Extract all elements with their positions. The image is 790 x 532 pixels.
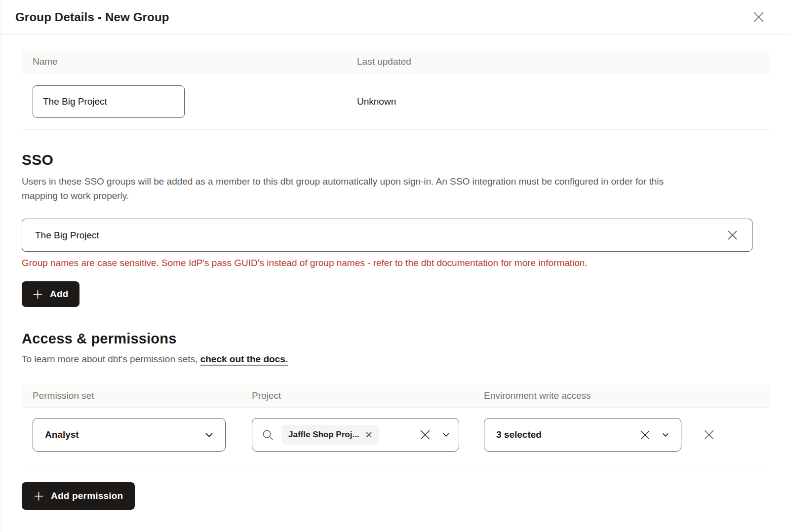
clear-x-icon xyxy=(726,228,739,242)
section-divider xyxy=(22,471,768,471)
sso-error-message: Group names are case sensitive. Some IdP… xyxy=(22,258,790,268)
docs-link[interactable]: check out the docs. xyxy=(200,354,288,364)
add-sso-group-button[interactable]: Add xyxy=(22,281,79,307)
permission-set-selected-value: Analyst xyxy=(45,429,79,440)
project-clear-all-button[interactable] xyxy=(419,428,432,441)
permissions-table-header-row: Permission set Project Environment write… xyxy=(22,384,769,408)
chip-x-icon xyxy=(365,431,372,438)
sso-group-field xyxy=(22,219,752,252)
add-sso-group-button-label: Add xyxy=(50,289,69,300)
chevron-down-icon xyxy=(442,432,450,437)
project-chip-remove-button[interactable] xyxy=(365,431,372,438)
permissions-subtext-prefix: To learn more about dbt's permission set… xyxy=(22,354,200,364)
page-left-edge-divider xyxy=(1,0,1,532)
clear-x-icon xyxy=(419,428,432,441)
group-name-input[interactable] xyxy=(33,85,185,118)
permissions-table: Permission set Project Environment write… xyxy=(22,384,769,462)
clear-sso-group-button[interactable] xyxy=(726,228,739,242)
column-header-project: Project xyxy=(247,390,474,401)
clear-x-icon xyxy=(639,429,651,441)
project-chip: Jaffle Shop Proj... xyxy=(281,425,379,445)
search-icon xyxy=(261,428,275,442)
plus-icon xyxy=(33,289,43,300)
close-icon xyxy=(751,9,766,25)
close-modal-button[interactable] xyxy=(751,9,766,25)
environment-write-access-select[interactable]: 3 selected xyxy=(484,418,681,452)
chevron-down-icon xyxy=(662,433,669,437)
chevron-down-icon xyxy=(205,432,213,438)
page-title: Group Details - New Group xyxy=(15,10,169,24)
column-header-permission-set: Permission set xyxy=(22,390,247,401)
sso-group-name-input[interactable] xyxy=(35,230,726,241)
permissions-subtext: To learn more about dbt's permission set… xyxy=(22,354,790,365)
table-row: Unknown xyxy=(22,74,769,130)
column-header-environment-write-access: Environment write access xyxy=(474,390,769,401)
add-permission-button-label: Add permission xyxy=(51,491,123,501)
add-permission-button[interactable]: Add permission xyxy=(22,482,135,510)
sso-section-heading: SSO xyxy=(22,152,790,168)
last-updated-value: Unknown xyxy=(357,96,769,107)
permissions-section-heading: Access & permissions xyxy=(22,331,790,347)
plus-icon xyxy=(34,491,44,501)
environment-selected-value: 3 selected xyxy=(496,429,542,440)
project-multiselect[interactable]: Jaffle Shop Proj... xyxy=(252,418,459,452)
permission-set-select[interactable]: Analyst xyxy=(33,418,226,452)
column-header-name: Name xyxy=(22,56,357,67)
permission-row: Analyst Jaffle Shop Proj... xyxy=(22,408,769,462)
group-table-header-row: Name Last updated xyxy=(22,49,769,74)
project-chip-label: Jaffle Shop Proj... xyxy=(288,430,359,440)
group-details-table: Name Last updated Unknown xyxy=(22,49,769,130)
environment-clear-button[interactable] xyxy=(639,429,651,441)
modal-header: Group Details - New Group xyxy=(0,0,790,35)
remove-x-icon xyxy=(702,428,716,442)
remove-permission-row-button[interactable] xyxy=(702,428,716,442)
column-header-last-updated: Last updated xyxy=(357,56,769,67)
sso-section-description: Users in these SSO groups will be added … xyxy=(22,174,693,203)
